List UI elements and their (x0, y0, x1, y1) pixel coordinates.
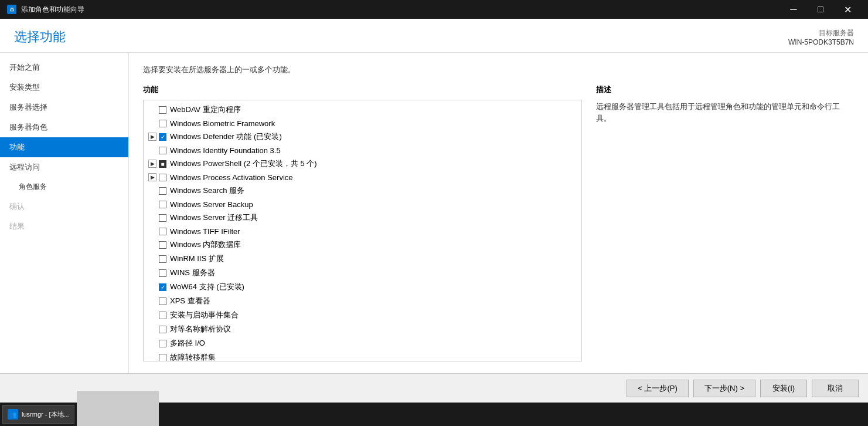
feature-label-wins: WINS 服务器 (170, 268, 215, 278)
checkbox-xps[interactable] (159, 297, 166, 305)
feature-label-process-activation: Windows Process Activation Service (170, 173, 293, 182)
feature-item-server-migration[interactable]: Windows Server 迁移工具 (144, 211, 581, 225)
back-button[interactable]: < 上一步(P) (627, 380, 689, 397)
maximize-button[interactable]: □ (807, 0, 834, 19)
sidebar-item-install-type[interactable]: 安装类型 (0, 77, 128, 97)
install-button[interactable]: 安装(I) (760, 380, 807, 397)
feature-item-server-backup[interactable]: Windows Server Backup (144, 198, 581, 211)
features-title: 功能 (143, 84, 582, 95)
expand-btn-defender[interactable]: ▶ (148, 133, 156, 141)
taskbar-app-icon: 👥 (8, 409, 18, 420)
feature-item-internal-db[interactable]: Windows 内部数据库 (144, 238, 581, 252)
instruction-text: 选择要安装在所选服务器上的一或多个功能。 (143, 65, 854, 75)
checkbox-multipath[interactable] (159, 340, 166, 347)
feature-item-process-activation[interactable]: ▶Windows Process Activation Service (144, 171, 581, 184)
target-server-info: 目标服务器 WIN-5PODK3T5B7N (788, 28, 854, 46)
header: 选择功能 目标服务器 WIN-5PODK3T5B7N (0, 19, 868, 53)
expand-btn-powershell[interactable]: ▶ (148, 160, 156, 168)
feature-list-container: WebDAV 重定向程序Windows Biometric Framework▶… (143, 100, 582, 361)
feature-section: 功能 WebDAV 重定向程序Windows Biometric Framewo… (143, 84, 582, 361)
expand-btn-process-activation[interactable]: ▶ (148, 173, 156, 181)
title-text: 添加角色和功能向导 (21, 5, 84, 15)
checkbox-server-backup[interactable] (159, 201, 166, 208)
checkbox-biometric[interactable] (159, 120, 166, 127)
checkbox-wow64[interactable]: ✓ (159, 283, 166, 291)
window-controls: ─ □ ✕ (780, 0, 861, 19)
feature-label-xps: XPS 查看器 (170, 296, 210, 306)
feature-label-identity: Windows Identity Foundation 3.5 (170, 146, 281, 155)
feature-label-search: Windows Search 服务 (170, 185, 244, 196)
feature-label-internal-db: Windows 内部数据库 (170, 239, 241, 250)
checkbox-process-activation[interactable] (159, 174, 166, 181)
sidebar-item-role-service[interactable]: 角色服务 (0, 177, 128, 197)
sidebar: 开始之前安装类型服务器选择服务器角色功能远程访问角色服务确认结果 (0, 53, 129, 373)
feature-item-multipath[interactable]: 多路径 I/O (144, 336, 581, 350)
content-area: 开始之前安装类型服务器选择服务器角色功能远程访问角色服务确认结果 选择要安装在所… (0, 53, 868, 373)
feature-item-xps[interactable]: XPS 查看器 (144, 294, 581, 308)
feature-item-defender[interactable]: ▶✓Windows Defender 功能 (已安装) (144, 130, 581, 144)
feature-item-powershell[interactable]: ▶■Windows PowerShell (2 个已安装，共 5 个) (144, 157, 581, 171)
taskbar-item-label: lusrmgr - [本地... (22, 410, 69, 419)
feature-label-install-startup: 安装与启动事件集合 (170, 310, 239, 320)
checkbox-internal-db[interactable] (159, 241, 166, 249)
feature-label-tiff: Windows TIFF IFilter (170, 227, 240, 236)
app-icon: ⚙ (7, 5, 16, 14)
checkbox-powershell[interactable]: ■ (159, 160, 166, 168)
main-window: 选择功能 目标服务器 WIN-5PODK3T5B7N 开始之前安装类型服务器选择… (0, 19, 868, 403)
page-title: 选择功能 (14, 28, 66, 46)
feature-item-wow64[interactable]: ✓WoW64 支持 (已安装) (144, 280, 581, 294)
close-button[interactable]: ✕ (834, 0, 861, 19)
sidebar-item-server-roles[interactable]: 服务器角色 (0, 117, 128, 137)
checkbox-defender[interactable]: ✓ (159, 133, 166, 141)
feature-label-server-migration: Windows Server 迁移工具 (170, 212, 258, 223)
main-panel: 选择要安装在所选服务器上的一或多个功能。 功能 WebDAV 重定向程序Wind… (129, 53, 868, 373)
feature-item-identity[interactable]: Windows Identity Foundation 3.5 (144, 144, 581, 157)
feature-item-tiff[interactable]: Windows TIFF IFilter (144, 225, 581, 238)
title-bar: ⚙ 添加角色和功能向导 ─ □ ✕ (0, 0, 868, 19)
sidebar-item-confirm: 确认 (0, 197, 128, 217)
checkbox-identity[interactable] (159, 147, 166, 154)
description-text: 远程服务器管理工具包括用于远程管理角色和功能的管理单元和命令行工具。 (596, 101, 854, 124)
description-title: 描述 (596, 84, 854, 95)
sidebar-item-result: 结果 (0, 217, 128, 236)
cancel-button[interactable]: 取消 (812, 380, 859, 397)
next-button[interactable]: 下一步(N) > (693, 380, 755, 397)
feature-label-defender: Windows Defender 功能 (已安装) (170, 131, 282, 142)
panel-body: 功能 WebDAV 重定向程序Windows Biometric Framewo… (143, 84, 854, 361)
checkbox-wins[interactable] (159, 269, 166, 277)
taskbar: 👥 lusrmgr - [本地... (0, 403, 868, 426)
feature-label-winrm-iis: WinRM IIS 扩展 (170, 253, 224, 264)
sidebar-item-before-start[interactable]: 开始之前 (0, 58, 128, 77)
feature-label-powershell: Windows PowerShell (2 个已安装，共 5 个) (170, 158, 317, 169)
checkbox-failover[interactable] (159, 354, 166, 361)
taskbar-item-lusrmgr[interactable]: 👥 lusrmgr - [本地... (2, 405, 74, 424)
feature-item-install-startup[interactable]: 安装与启动事件集合 (144, 308, 581, 322)
feature-item-failover[interactable]: 故障转移群集 (144, 350, 581, 361)
feature-label-wow64: WoW64 支持 (已安装) (170, 282, 244, 292)
checkbox-search[interactable] (159, 187, 166, 195)
description-section: 描述 远程服务器管理工具包括用于远程管理角色和功能的管理单元和命令行工具。 (596, 84, 854, 361)
checkbox-peer-name[interactable] (159, 326, 166, 333)
sidebar-item-server-select[interactable]: 服务器选择 (0, 97, 128, 117)
feature-label-peer-name: 对等名称解析协议 (170, 324, 231, 334)
checkbox-install-startup[interactable] (159, 312, 166, 319)
minimize-button[interactable]: ─ (780, 0, 807, 19)
sidebar-item-features[interactable]: 功能 (0, 137, 128, 157)
feature-item-winrm-iis[interactable]: WinRM IIS 扩展 (144, 252, 581, 266)
checkbox-winrm-iis[interactable] (159, 255, 166, 263)
sidebar-item-remote-access[interactable]: 远程访问 (0, 157, 128, 177)
feature-item-wins[interactable]: WINS 服务器 (144, 266, 581, 280)
taskbar-thumbnail (77, 391, 159, 426)
feature-label-failover: 故障转移群集 (170, 352, 216, 361)
checkbox-tiff[interactable] (159, 228, 166, 235)
feature-item-webdav[interactable]: WebDAV 重定向程序 (144, 103, 581, 117)
checkbox-webdav[interactable] (159, 106, 166, 114)
checkbox-server-migration[interactable] (159, 214, 166, 222)
feature-item-search[interactable]: Windows Search 服务 (144, 184, 581, 198)
target-server-label: 目标服务器 (819, 29, 854, 37)
feature-item-biometric[interactable]: Windows Biometric Framework (144, 117, 581, 130)
feature-list[interactable]: WebDAV 重定向程序Windows Biometric Framework▶… (144, 100, 581, 361)
feature-item-peer-name[interactable]: 对等名称解析协议 (144, 322, 581, 336)
feature-label-webdav: WebDAV 重定向程序 (170, 104, 241, 115)
feature-label-biometric: Windows Biometric Framework (170, 119, 275, 128)
